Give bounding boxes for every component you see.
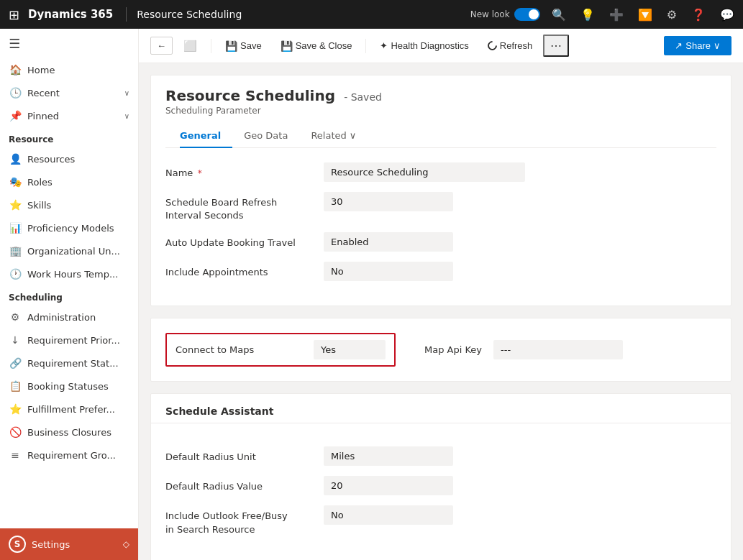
sidebar-item-label: Requirement Stat... — [27, 358, 129, 369]
sidebar-item-pinned[interactable]: 📌 Pinned ∨ — [0, 104, 138, 127]
gear-icon[interactable]: ⚙ — [664, 5, 680, 24]
outlook-input[interactable]: No — [324, 505, 453, 525]
hamburger-menu[interactable]: ☰ — [0, 29, 138, 58]
sidebar-item-label: Fulfillment Prefer... — [27, 404, 129, 415]
search-icon[interactable]: 🔍 — [549, 5, 569, 24]
connect-maps-value[interactable]: Yes — [314, 340, 386, 359]
sidebar-item-label: Roles — [27, 177, 129, 188]
field-refresh-row: Schedule Board Refresh Interval Seconds … — [165, 192, 716, 222]
org-icon: 🏢 — [9, 245, 22, 257]
auto-update-input[interactable]: Enabled — [324, 232, 453, 252]
toggle-knob — [529, 9, 539, 19]
required-indicator: * — [198, 167, 203, 178]
workhours-icon: 🕐 — [9, 268, 22, 280]
help-icon[interactable]: ❓ — [688, 5, 708, 24]
refresh-label: Refresh — [500, 40, 533, 51]
chevron-down-icon: ∨ — [124, 89, 129, 97]
form-header: Resource Scheduling - Saved Scheduling P… — [151, 75, 731, 148]
share-button[interactable]: ↗ Share ∨ — [664, 36, 731, 55]
restore-button[interactable]: ⬜ — [176, 36, 205, 56]
field-refresh-value: 30 — [324, 192, 716, 211]
form-tabs: General Geo Data Related ∨ — [165, 124, 716, 148]
refresh-button[interactable]: Refresh — [480, 37, 541, 55]
tab-general[interactable]: General — [180, 124, 232, 148]
name-input[interactable]: Resource Scheduling — [324, 162, 525, 182]
closure-icon: 🚫 — [9, 426, 22, 438]
appointments-input[interactable]: No — [324, 262, 453, 281]
lightbulb-icon[interactable]: 💡 — [578, 5, 598, 24]
more-options-button[interactable]: ⋯ — [543, 35, 569, 57]
map-api-value[interactable]: --- — [493, 340, 623, 359]
field-auto-update-value: Enabled — [324, 232, 716, 252]
sidebar-item-requirement-status[interactable]: 🔗 Requirement Stat... — [0, 352, 138, 375]
field-radius-unit-row: Default Radius Unit Miles — [165, 446, 716, 466]
sidebar-item-booking-statuses[interactable]: 📋 Booking Statuses — [0, 375, 138, 398]
field-outlook-value: No — [324, 505, 716, 525]
sidebar-item-org-units[interactable]: 🏢 Organizational Un... — [0, 239, 138, 262]
sidebar-item-requirement-groups[interactable]: ≡ Requirement Gro... — [0, 444, 138, 467]
section-header-schedule-assistant: Schedule Assistant — [151, 394, 731, 423]
sidebar-item-work-hours[interactable]: 🕐 Work Hours Temp... — [0, 262, 138, 285]
map-api-key-row: Map Api Key --- — [424, 340, 623, 359]
sidebar-item-label: Business Closures — [27, 427, 129, 438]
field-radius-unit-label: Default Radius Unit — [165, 446, 324, 464]
grid-icon[interactable]: ⊞ — [6, 4, 22, 25]
field-label-text: Name — [165, 167, 193, 178]
back-button[interactable]: ← — [150, 37, 173, 55]
status-icon: 🔗 — [9, 357, 22, 369]
field-name-row: Name * Resource Scheduling — [165, 162, 716, 182]
sidebar-item-label: Requirement Gro... — [27, 450, 129, 461]
sidebar-item-label: Work Hours Temp... — [27, 269, 129, 280]
toggle-switch[interactable] — [514, 8, 540, 21]
sidebar-item-recent[interactable]: 🕒 Recent ∨ — [0, 81, 138, 104]
form-body: Name * Resource Scheduling Schedule Boar… — [151, 148, 731, 306]
settings-avatar: S — [9, 536, 26, 553]
share-label: Share — [685, 40, 711, 51]
save-button[interactable]: 💾 Save — [217, 37, 270, 55]
health-diagnostics-button[interactable]: ✦ Health Diagnostics — [372, 37, 476, 55]
sidebar-settings[interactable]: S Settings ◇ — [0, 528, 138, 560]
field-refresh-label: Schedule Board Refresh Interval Seconds — [165, 192, 324, 222]
new-look-toggle[interactable]: New look — [470, 8, 540, 21]
app-name: Resource Scheduling — [137, 9, 242, 20]
sidebar-item-business-closures[interactable]: 🚫 Business Closures — [0, 421, 138, 444]
main-layout: ☰ 🏠 Home 🕒 Recent ∨ 📌 Pinned ∨ Resource … — [0, 29, 743, 560]
settings-label: Settings — [32, 539, 70, 550]
toolbar-separator — [365, 39, 366, 53]
map-api-label: Map Api Key — [424, 344, 482, 355]
sidebar-item-requirement-priority[interactable]: ↓ Requirement Prior... — [0, 329, 138, 352]
sidebar-item-fulfillment[interactable]: ⭐ Fulfillment Prefer... — [0, 398, 138, 421]
form-body-maps: Connect to Maps Yes Map Api Key --- — [151, 318, 731, 381]
resources-icon: 👤 — [9, 153, 22, 165]
maps-and-api-row: Connect to Maps Yes Map Api Key --- — [165, 333, 716, 367]
radius-unit-input[interactable]: Miles — [324, 446, 453, 466]
tab-geo-data[interactable]: Geo Data — [232, 124, 299, 148]
sidebar-item-proficiency-models[interactable]: 📊 Proficiency Models — [0, 216, 138, 239]
sidebar-item-home[interactable]: 🏠 Home — [0, 58, 138, 81]
sidebar-item-administration[interactable]: ⚙️ Administration — [0, 306, 138, 329]
chat-icon[interactable]: 💬 — [717, 5, 737, 24]
sidebar-bottom: S Settings ◇ — [0, 528, 138, 560]
tab-related[interactable]: Related ∨ — [299, 124, 368, 148]
refresh-input[interactable]: 30 — [324, 192, 453, 211]
connect-maps-label: Connect to Maps — [176, 344, 305, 355]
sidebar-item-skills[interactable]: ⭐ Skills — [0, 193, 138, 216]
tab-related-chevron: ∨ — [350, 130, 357, 141]
section-resource: Resource — [0, 127, 138, 147]
save-close-button[interactable]: 💾 Save & Close — [273, 37, 360, 55]
connect-to-maps-row: Connect to Maps Yes — [165, 333, 396, 367]
toolbar-separator — [211, 39, 211, 53]
field-auto-update-row: Auto Update Booking Travel Enabled — [165, 232, 716, 252]
sidebar-item-resources[interactable]: 👤 Resources — [0, 147, 138, 170]
health-icon: ✦ — [380, 40, 388, 51]
brand-name: Dynamics 365 — [28, 8, 113, 21]
field-name-value: Resource Scheduling — [324, 162, 716, 182]
filter-icon[interactable]: 🔽 — [635, 5, 655, 24]
radius-value-input[interactable]: 20 — [324, 476, 453, 495]
sidebar-item-label: Proficiency Models — [27, 223, 129, 234]
top-navigation: ⊞ Dynamics 365 Resource Scheduling New l… — [0, 0, 743, 29]
recent-icon: 🕒 — [9, 87, 22, 98]
proficiency-icon: 📊 — [9, 222, 22, 234]
add-icon[interactable]: ➕ — [606, 5, 626, 24]
sidebar-item-roles[interactable]: 🎭 Roles — [0, 170, 138, 193]
